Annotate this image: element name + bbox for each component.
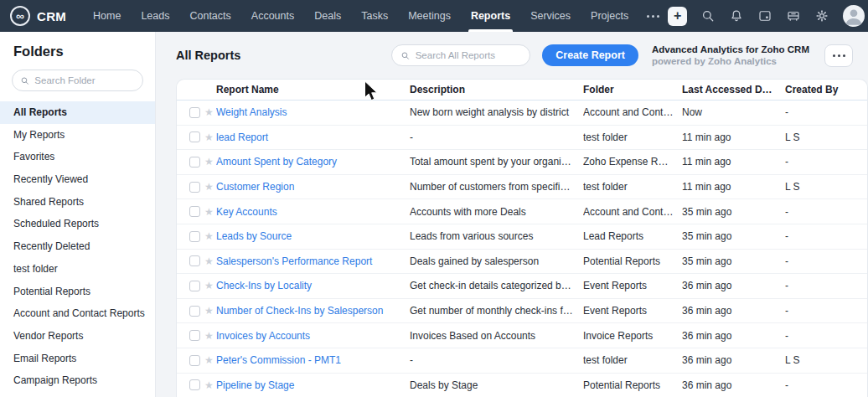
- report-name-link[interactable]: Customer Region: [216, 181, 410, 193]
- nav-item-tasks[interactable]: Tasks: [351, 0, 398, 32]
- nav-item-services[interactable]: Services: [520, 0, 581, 32]
- row-select-cell: [177, 330, 216, 341]
- sidebar-item-all-reports[interactable]: All Reports: [0, 101, 155, 124]
- advanced-analytics-banner[interactable]: Advanced Analytics for Zoho CRM powered …: [652, 44, 809, 68]
- row-checkbox[interactable]: [189, 306, 200, 317]
- report-name-link[interactable]: Number of Check-Ins by Salesperson: [216, 305, 410, 317]
- sidebar-item-test-folder[interactable]: test folder: [0, 258, 155, 281]
- sidebar-item-campaign-reports[interactable]: Campaign Reports: [0, 369, 155, 392]
- star-icon[interactable]: [204, 256, 214, 266]
- row-checkbox[interactable]: [189, 231, 200, 242]
- table-row[interactable]: Leads by SourceLeads from various source…: [177, 224, 867, 250]
- sidebar-item-recently-deleted[interactable]: Recently Deleted: [0, 235, 155, 258]
- nav-item-reports[interactable]: Reports: [461, 0, 520, 32]
- report-name-link[interactable]: Peter's Commission - PMT1: [216, 354, 410, 366]
- row-checkbox[interactable]: [189, 206, 200, 217]
- row-checkbox[interactable]: [189, 355, 200, 366]
- sidebar-item-scheduled-reports[interactable]: Scheduled Reports: [0, 213, 155, 235]
- nav-more-button[interactable]: [638, 0, 668, 32]
- row-checkbox[interactable]: [189, 107, 200, 118]
- table-row[interactable]: lead Report-test folder11 min agoL S: [177, 126, 867, 151]
- sidebar-item-email-reports[interactable]: Email Reports: [0, 348, 155, 370]
- sidebar-item-potential-reports[interactable]: Potential Reports: [0, 281, 155, 303]
- star-icon[interactable]: [204, 132, 214, 142]
- star-icon[interactable]: [204, 157, 214, 167]
- sidebar-item-vendor-reports[interactable]: Vendor Reports: [0, 325, 155, 348]
- row-select-cell: [177, 107, 216, 118]
- star-icon[interactable]: [204, 182, 214, 192]
- marketplace-button[interactable]: [786, 8, 801, 23]
- table-row[interactable]: Invoices by AccountsInvoices Based on Ac…: [177, 323, 867, 348]
- report-name-link[interactable]: Key Accounts: [216, 206, 410, 218]
- report-description: -: [410, 131, 583, 143]
- nav-item-meetings[interactable]: Meetings: [398, 0, 461, 32]
- create-report-button[interactable]: Create Report: [542, 44, 638, 66]
- column-description[interactable]: Description: [410, 84, 583, 95]
- row-checkbox[interactable]: [189, 379, 200, 390]
- star-icon[interactable]: [204, 107, 214, 117]
- column-folder[interactable]: Folder: [583, 84, 682, 95]
- report-name-link[interactable]: Leads by Source: [216, 230, 410, 242]
- table-row[interactable]: Amount Spent by CategoryTotal amount spe…: [177, 150, 867, 175]
- table-row[interactable]: Salesperson's Performance ReportDeals ga…: [177, 250, 867, 275]
- table-row[interactable]: Key AccountsAccounts with more DealsAcco…: [177, 199, 867, 224]
- report-description: Invoices Based on Accounts: [410, 330, 583, 342]
- report-name-link[interactable]: lead Report: [216, 131, 410, 143]
- row-checkbox[interactable]: [189, 157, 200, 168]
- top-navigation-bar: ∞ CRM HomeLeadsContactsAccountsDealsTask…: [0, 0, 868, 32]
- calendar-button[interactable]: [757, 8, 772, 23]
- sidebar-item-account-and-contact-reports[interactable]: Account and Contact Reports: [0, 302, 155, 325]
- table-row[interactable]: Number of Check-Ins by SalespersonGet nu…: [177, 299, 867, 324]
- sidebar-item-recently-viewed[interactable]: Recently Viewed: [0, 168, 155, 191]
- report-search-input[interactable]: [416, 50, 522, 60]
- report-search-box[interactable]: [391, 44, 530, 66]
- report-name-link[interactable]: Check-Ins by Locality: [216, 280, 410, 291]
- report-name-link[interactable]: Invoices by Accounts: [216, 330, 410, 342]
- nav-item-deals[interactable]: Deals: [304, 0, 351, 32]
- column-report-name[interactable]: Report Name: [216, 84, 410, 95]
- star-icon[interactable]: [204, 355, 214, 365]
- sidebar-item-favorites[interactable]: Favorites: [0, 146, 155, 168]
- table-row[interactable]: Customer RegionNumber of customers from …: [177, 175, 867, 200]
- table-row[interactable]: Pipeline by StageDeals by StagePotential…: [177, 374, 867, 397]
- column-last-accessed-date[interactable]: Last Accessed Date: [682, 84, 785, 95]
- report-name-link[interactable]: Weight Analysis: [216, 106, 410, 118]
- star-icon[interactable]: [204, 281, 214, 291]
- zoho-crm-brand[interactable]: ∞ CRM: [10, 6, 66, 26]
- settings-button[interactable]: [814, 8, 829, 23]
- star-icon[interactable]: [204, 231, 214, 241]
- row-checkbox[interactable]: [189, 182, 200, 193]
- folder-search-input[interactable]: [34, 75, 135, 85]
- sidebar-item-shared-reports[interactable]: Shared Reports: [0, 191, 155, 214]
- nav-item-contacts[interactable]: Contacts: [179, 0, 240, 32]
- table-row[interactable]: Weight AnalysisNew born weight analysis …: [177, 101, 867, 126]
- table-row[interactable]: Peter's Commission - PMT1-test folder36 …: [177, 348, 867, 374]
- star-icon[interactable]: [204, 306, 214, 316]
- add-button[interactable]: +: [668, 7, 687, 26]
- nav-item-leads[interactable]: Leads: [131, 0, 179, 32]
- folder-search-box[interactable]: [12, 70, 143, 91]
- user-avatar[interactable]: [843, 5, 865, 27]
- report-folder: test folder: [583, 131, 682, 143]
- notifications-button[interactable]: [729, 8, 744, 23]
- column-created-by[interactable]: Created By: [785, 84, 867, 95]
- row-checkbox[interactable]: [189, 281, 200, 291]
- header-more-button[interactable]: [824, 44, 853, 67]
- report-name-link[interactable]: Amount Spent by Category: [216, 156, 410, 168]
- search-button[interactable]: [700, 8, 716, 23]
- nav-item-projects[interactable]: Projects: [581, 0, 638, 32]
- user-silhouette-icon: [843, 5, 865, 27]
- sidebar-item-my-reports[interactable]: My Reports: [0, 124, 155, 147]
- row-checkbox[interactable]: [189, 255, 200, 266]
- star-icon[interactable]: [204, 207, 214, 217]
- table-row[interactable]: Check-Ins by LocalityGet check-in detail…: [177, 274, 867, 299]
- nav-item-home[interactable]: Home: [83, 0, 131, 32]
- row-checkbox[interactable]: [189, 131, 200, 142]
- star-icon[interactable]: [204, 331, 214, 341]
- report-folder: test folder: [583, 354, 682, 366]
- report-name-link[interactable]: Pipeline by Stage: [216, 379, 410, 391]
- nav-item-accounts[interactable]: Accounts: [241, 0, 304, 32]
- row-checkbox[interactable]: [189, 330, 200, 341]
- report-name-link[interactable]: Salesperson's Performance Report: [216, 255, 410, 267]
- star-icon[interactable]: [204, 380, 214, 390]
